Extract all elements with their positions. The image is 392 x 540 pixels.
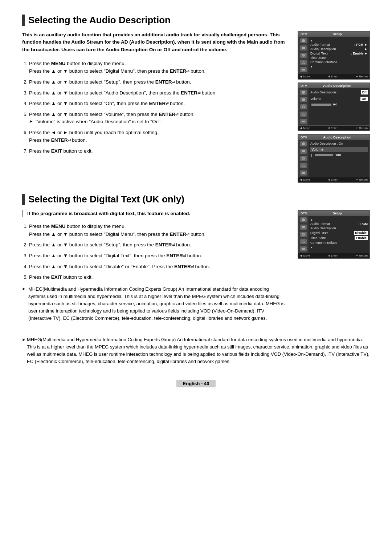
tv3-footer: ◆ Move ⊕Enter ↩ Return <box>298 177 369 182</box>
tv3-marker: ❙ <box>310 154 313 157</box>
tv4-value-disable: Disable <box>354 231 368 235</box>
tv1-label-ci: Common Interface <box>310 60 337 64</box>
tv4-footer-enter: ⊕Enter <box>328 254 338 257</box>
menu-bold: MENU <box>51 61 66 66</box>
tv2-titlebar: DTV Audio Description <box>298 83 369 88</box>
tv1-footer-move: ◆ Move <box>300 75 310 78</box>
tv3-channel: DTV <box>301 136 307 139</box>
tv3-titlebar: DTV Audio Description <box>298 135 369 140</box>
s2-step1: Press the MENU button to display the men… <box>29 222 287 238</box>
tv3-footer-return: ↩ Return <box>356 178 368 181</box>
tv4-label-audioformat: Audio Format <box>310 222 330 226</box>
down-arrow <box>310 65 313 68</box>
tv1-label-audioformat: Audio Format <box>310 43 330 47</box>
tv1-titlebar: DTV Setup <box>298 32 369 37</box>
section2-title: Selecting the Digital Text (UK only) <box>28 194 184 205</box>
tv4-row-digitaltext: Digital Text Disable <box>310 230 368 235</box>
s2-enter-bold-2: ENTER⏎ <box>155 242 175 247</box>
tv4-down-arrow <box>310 245 313 249</box>
enter-bold-2: ENTER⏎ <box>155 79 175 85</box>
tv3-title: Audio Description <box>323 136 351 139</box>
tv3-label-volume: Volume <box>311 148 323 152</box>
up-arrow <box>310 39 313 42</box>
enter-bold-3: ENTER⏎ <box>181 90 200 96</box>
svg-point-0 <box>302 39 305 42</box>
section2-screens: DTV Setup <box>298 210 370 325</box>
tv3-row-volume: Volume <box>310 147 368 152</box>
tv3-main: Audio Description : On Volume ❙ 100 <box>309 140 369 177</box>
tv2-footer-move: ◆ Move <box>300 126 310 130</box>
tv2-vol-num: 100 <box>332 103 337 106</box>
section2-text: If the programme is broadcast with digit… <box>22 210 287 325</box>
tv1-title: Setup <box>332 32 342 36</box>
mheg-text: MHEG(Multimedia and Hypermedia Informati… <box>27 336 370 366</box>
tv1-row-digitaltext: Digital Text : Enable ► <box>310 51 368 56</box>
tv3-icon2 <box>300 149 307 154</box>
heading-bar-2 <box>22 194 25 205</box>
tv1-sidebar <box>298 37 309 74</box>
heading-bar <box>22 15 25 26</box>
tv4-icon1 <box>300 217 307 222</box>
page-number-area: English - 40 <box>22 380 370 387</box>
tv4-channel: DTV <box>301 211 307 215</box>
tv1-label-audiodesc: Audio Description <box>310 47 336 51</box>
section1-steps: Press the MENU button to display the men… <box>22 60 287 155</box>
tv4-icon3 <box>300 232 307 237</box>
tv1-row-down <box>310 64 368 69</box>
tv4-up-arrow <box>310 218 313 221</box>
s2-enter-bold-1: ENTER⏎ <box>170 231 189 237</box>
tv4-footer-move: ◆ Move <box>300 254 310 257</box>
tv4-main: Audio Format : PCM Audio Description Dig… <box>309 216 369 253</box>
svg-rect-6 <box>302 98 305 101</box>
enter-bold-6: ENTER⏎ <box>51 137 71 143</box>
tv1-footer: ◆ Move ⊕Enter ↩ Return <box>298 74 369 79</box>
tv1-footer-enter: ⊕Enter <box>328 75 338 78</box>
tv2-value-off: Off <box>361 90 368 94</box>
tv4-row-audiodesc: Audio Description <box>310 226 368 230</box>
tv1-row-ci: Common Interface <box>310 60 368 64</box>
tv1-icon1 <box>300 38 307 43</box>
svg-rect-8 <box>302 121 305 122</box>
tv1-main: Audio Format : PCM ► Audio Description ►… <box>309 37 369 74</box>
step3: Press the ▲ or ▼ button to select "Audio… <box>29 89 287 97</box>
step5: Press the ▲ or ▼ button to select "Volum… <box>29 110 287 126</box>
section1-heading: Selecting the Audio Description <box>22 15 370 26</box>
tv2-icon4 <box>300 112 307 117</box>
page-number-box: English - 40 <box>176 380 216 387</box>
tv3-icon4 <box>300 163 307 168</box>
tv1-row-timezone: Time Zone <box>310 56 368 60</box>
tv4-title: Setup <box>332 211 342 215</box>
tv2-label-volume: Volume <box>310 97 321 101</box>
tv2-volbar: 100 <box>310 103 337 106</box>
section2-content: If the programme is broadcast with digit… <box>22 210 370 325</box>
svg-rect-14 <box>302 226 305 228</box>
section1-screens: DTV Setup <box>298 31 370 183</box>
svg-point-5 <box>302 91 305 94</box>
step2: Press the ▲ or ▼ button to select "Setup… <box>29 78 287 86</box>
s2-exit-bold: EXIT <box>51 274 62 280</box>
tv1-body: Audio Format : PCM ► Audio Description ►… <box>298 37 369 74</box>
tv2-row-bar: 100 <box>310 102 368 106</box>
tv1-channel: DTV <box>301 32 307 36</box>
tv3-icon3 <box>300 156 307 161</box>
tv3-row-bar: ❙ 100 <box>310 153 368 157</box>
tv-screen-1: DTV Setup <box>298 31 370 80</box>
step6: Press the ◄ or ► button until you reach … <box>29 129 287 144</box>
tv3-sidebar <box>298 140 309 177</box>
tv-screen-2: DTV Audio Description <box>298 82 370 131</box>
tv3-body: Audio Description : On Volume ❙ 100 <box>298 140 369 177</box>
tv2-label-audiodesc: Audio Description : <box>310 90 338 94</box>
section1-intro: This is an auxiliary audio function that… <box>22 31 287 54</box>
tv1-label-digitaltext: Digital Text <box>310 52 328 55</box>
svg-point-13 <box>302 218 305 221</box>
enter-bold-1: ENTER⏎ <box>170 68 189 74</box>
tv2-footer-return: ↩ Return <box>356 126 368 130</box>
tv2-title: Audio Description <box>323 84 351 88</box>
tv2-icon2 <box>300 97 307 102</box>
svg-point-9 <box>302 142 305 145</box>
tv3-vol-num: 100 <box>335 153 341 157</box>
s2-step4: Press the ▲ or ▼ button to select "Disab… <box>29 263 287 271</box>
s2-step3: Press the ▲ or ▼ button to select "Digit… <box>29 252 287 260</box>
tv1-value-audioformat: : PCM ► <box>354 43 368 47</box>
tv4-value-audioformat: : PCM <box>359 222 368 226</box>
